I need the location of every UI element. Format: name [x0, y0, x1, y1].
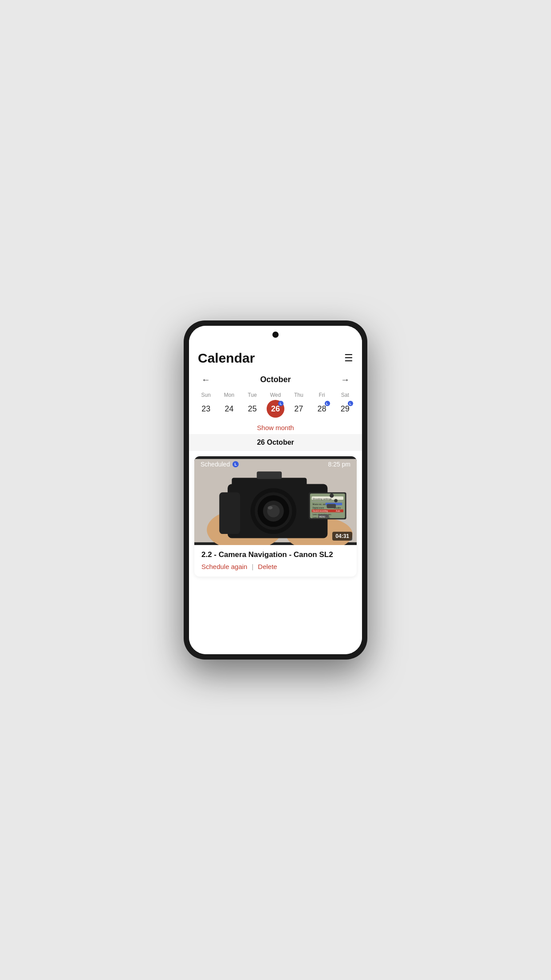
svg-text:Shooting settings: Shooting settings [313, 498, 332, 500]
fri-badge: L [325, 401, 330, 406]
video-time: 8:25 pm [328, 461, 350, 468]
camera-notch [272, 332, 279, 338]
phone-screen: Calendar ☰ ← October → Sun 23 Mon 24 [189, 326, 362, 654]
svg-point-31 [334, 499, 338, 502]
delete-button[interactable]: Delete [258, 563, 277, 570]
phone-frame: Calendar ☰ ← October → Sun 23 Mon 24 [184, 320, 367, 660]
video-overlay-top: Scheduled L 8:25 pm [194, 461, 357, 468]
video-container[interactable]: Shooting settings Movie rec. size Digita… [194, 456, 357, 545]
day-number-wed-today: 26 L [267, 400, 284, 418]
day-number-thu: 27 [290, 400, 307, 418]
app-content: Calendar ☰ ← October → Sun 23 Mon 24 [189, 344, 362, 654]
day-col-mon[interactable]: Mon 24 [217, 392, 240, 418]
calendar-nav: ← October → [189, 369, 362, 390]
scheduled-dot: L [232, 461, 239, 467]
day-number-sat: 29 L [336, 400, 354, 418]
day-col-sat[interactable]: Sat 29 L [334, 392, 357, 418]
svg-point-11 [268, 506, 272, 510]
event-info: 2.2 - Camera Navigation - Canon SL2 Sche… [194, 545, 357, 577]
app-header: Calendar ☰ [189, 344, 362, 369]
svg-rect-5 [232, 478, 307, 490]
page-title: Calendar [198, 351, 255, 366]
svg-rect-32 [327, 504, 336, 508]
schedule-again-button[interactable]: Schedule again [201, 563, 247, 570]
day-name-wed: Wed [270, 392, 281, 398]
day-col-sun[interactable]: Sun 23 [194, 392, 217, 418]
day-name-sat: Sat [341, 392, 349, 398]
svg-rect-4 [219, 492, 240, 534]
svg-rect-16 [312, 501, 343, 502]
bottom-space [189, 582, 362, 600]
video-thumbnail-svg: Shooting settings Movie rec. size Digita… [194, 456, 357, 545]
show-month-button[interactable]: Show month [189, 421, 362, 434]
svg-text:Digital zoom: Digital zoom [313, 507, 324, 509]
day-col-thu[interactable]: Thu 27 [287, 392, 310, 418]
calendar-week: Sun 23 Mon 24 Tue 25 Wed 26 [189, 390, 362, 421]
svg-text:Auto: Auto [336, 510, 340, 512]
day-name-fri: Fri [319, 392, 325, 398]
status-bar [189, 326, 362, 344]
day-number-fri: 28 L [313, 400, 331, 418]
day-number-tue: 25 [244, 400, 261, 418]
day-name-mon: Mon [224, 392, 234, 398]
month-label: October [260, 375, 291, 384]
event-actions: Schedule again | Delete [201, 563, 350, 570]
video-duration: 04:31 [332, 532, 352, 541]
event-card: Shooting settings Movie rec. size Digita… [194, 456, 357, 577]
day-col-fri[interactable]: Fri 28 L [310, 392, 333, 418]
menu-icon[interactable]: ☰ [344, 352, 353, 364]
day-col-tue[interactable]: Tue 25 [241, 392, 264, 418]
day-col-wed[interactable]: Wed 26 L [264, 392, 287, 418]
prev-month-button[interactable]: ← [198, 373, 214, 387]
svg-rect-29 [257, 471, 282, 479]
svg-text:Sound recording: Sound recording [313, 510, 328, 512]
scheduled-badge: Scheduled L [201, 461, 239, 468]
sat-badge: L [348, 401, 353, 406]
event-title: 2.2 - Camera Navigation - Canon SL2 [201, 550, 350, 559]
action-divider: | [252, 563, 253, 570]
wed-badge: L [278, 401, 283, 406]
scheduled-label: Scheduled [201, 461, 230, 468]
date-section-header: 26 October [189, 434, 362, 451]
svg-text:Movie rec. size: Movie rec. size [313, 503, 327, 506]
day-name-tue: Tue [248, 392, 257, 398]
day-number-mon: 24 [220, 400, 238, 418]
svg-text:MENU: MENU [319, 516, 326, 518]
svg-point-30 [330, 494, 334, 498]
next-month-button[interactable]: → [337, 373, 353, 387]
day-name-sun: Sun [201, 392, 210, 398]
day-name-thu: Thu [294, 392, 303, 398]
day-number-sun: 23 [197, 400, 215, 418]
